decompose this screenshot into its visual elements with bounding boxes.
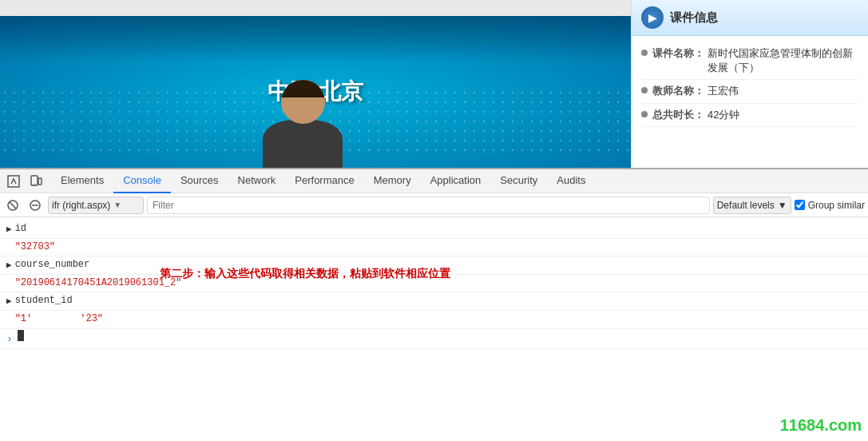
console-line-id-value: ▶ "32703" [0, 239, 868, 257]
value-duration: 42分钟 [707, 108, 739, 122]
tab-security[interactable]: Security [490, 169, 547, 193]
console-line-student-value: ▶ "1' '23" [0, 311, 868, 329]
group-similar-checkbox[interactable] [795, 200, 805, 210]
inspect-icon [7, 175, 20, 188]
group-similar-checkbox-label[interactable]: Group similar [795, 200, 865, 211]
info-dot-2 [641, 87, 648, 93]
console-course-value: "20190614170451A2019061301_2" [15, 276, 182, 291]
video-area: 中国·北京 [0, 0, 631, 168]
clear-icon [7, 200, 18, 211]
console-bar: ifr (right.aspx) ▼ Default levels ▼ Grou… [0, 193, 868, 217]
expand-arrow-1: ▶ [6, 223, 12, 237]
label-course-name: 课件名称： [652, 46, 704, 61]
prompt-arrow: › [6, 332, 13, 348]
console-student-value: "1' [15, 312, 33, 327]
device-toggle-button[interactable] [26, 171, 46, 192]
info-dot-1 [641, 50, 648, 56]
console-line-id-key: ▶ id [0, 220, 868, 239]
tab-application[interactable]: Application [421, 169, 491, 193]
info-panel: ▶ 课件信息 课件名称： 新时代国家应急管理体制的创新发展（下） 教师名称： 王… [631, 0, 868, 168]
tab-memory[interactable]: Memory [364, 169, 421, 193]
console-id-key: id [15, 221, 26, 236]
console-student-key: student_id [15, 293, 73, 308]
clear-console-button[interactable] [3, 196, 22, 215]
devtools-toolbar: Elements Console Sources Network Perform… [0, 169, 868, 193]
info-row-teacher: 教师名称： 王宏伟 [641, 80, 858, 103]
console-line-course-key: ▶ course_number [0, 256, 868, 275]
console-output-wrapper: ▶ id ▶ "32703" ▶ course_number ▶ "201906… [0, 217, 868, 441]
dropdown-arrow-icon: ▼ [113, 201, 121, 209]
top-section: 中国·北京 ▶ 课件信息 课件名称 [0, 0, 868, 168]
expand-arrow-3: ▶ [6, 295, 12, 309]
svg-line-5 [10, 202, 16, 209]
video-content: 中国·北京 [0, 16, 631, 168]
console-id-value: "32703" [15, 240, 55, 255]
info-dot-3 [641, 111, 648, 117]
default-levels-arrow-icon: ▼ [778, 200, 787, 211]
console-line-course-value: ▶ "20190614170451A2019061301_2" [0, 275, 868, 293]
tab-network[interactable]: Network [228, 169, 286, 193]
tab-elements[interactable]: Elements [51, 169, 113, 193]
info-row-duration: 总共时长： 42分钟 [641, 104, 858, 127]
console-prompt-line: › [0, 329, 868, 350]
context-dropdown[interactable]: ifr (right.aspx) ▼ [48, 197, 144, 214]
console-student-value-end: '23" [80, 312, 103, 327]
svg-rect-2 [38, 178, 42, 185]
stop-recording-button[interactable] [26, 196, 45, 215]
filter-input[interactable] [147, 197, 710, 214]
value-course-name: 新时代国家应急管理体制的创新发展（下） [707, 46, 858, 75]
devtools-tabs: Elements Console Sources Network Perform… [48, 169, 865, 193]
label-teacher: 教师名称： [652, 84, 704, 98]
console-line-student-key: ▶ student_id [0, 292, 868, 311]
context-dropdown-value: ifr (right.aspx) [52, 200, 110, 211]
console-cursor [18, 330, 24, 341]
devtools-panel: Elements Console Sources Network Perform… [0, 168, 868, 441]
tab-audits[interactable]: Audits [547, 169, 595, 193]
svg-rect-0 [8, 176, 19, 187]
label-duration: 总共时长： [652, 108, 704, 122]
svg-rect-1 [31, 176, 38, 185]
tab-sources[interactable]: Sources [171, 169, 228, 193]
tab-performance[interactable]: Performance [285, 169, 363, 193]
console-course-key: course_number [15, 257, 90, 272]
info-header: ▶ 课件信息 [632, 0, 868, 36]
stop-icon [30, 200, 41, 211]
default-levels-label: Default levels [717, 200, 775, 211]
play-icon: ▶ [641, 6, 664, 29]
inspect-element-button[interactable] [3, 171, 24, 192]
device-icon [30, 175, 42, 188]
tab-console[interactable]: Console [113, 169, 171, 193]
console-output[interactable]: ▶ id ▶ "32703" ▶ course_number ▶ "201906… [0, 217, 868, 441]
info-rows: 课件名称： 新时代国家应急管理体制的创新发展（下） 教师名称： 王宏伟 总共时长… [632, 36, 868, 133]
expand-arrow-2: ▶ [6, 259, 12, 273]
value-teacher: 王宏伟 [707, 84, 739, 98]
default-levels-dropdown[interactable]: Default levels ▼ [713, 197, 791, 214]
watermark: 11684.com [780, 416, 862, 435]
video-top-bar [0, 0, 631, 16]
info-panel-title: 课件信息 [670, 10, 718, 26]
info-row-name: 课件名称： 新时代国家应急管理体制的创新发展（下） [641, 42, 858, 80]
svg-point-3 [34, 184, 35, 185]
group-similar-label: Group similar [808, 200, 865, 211]
